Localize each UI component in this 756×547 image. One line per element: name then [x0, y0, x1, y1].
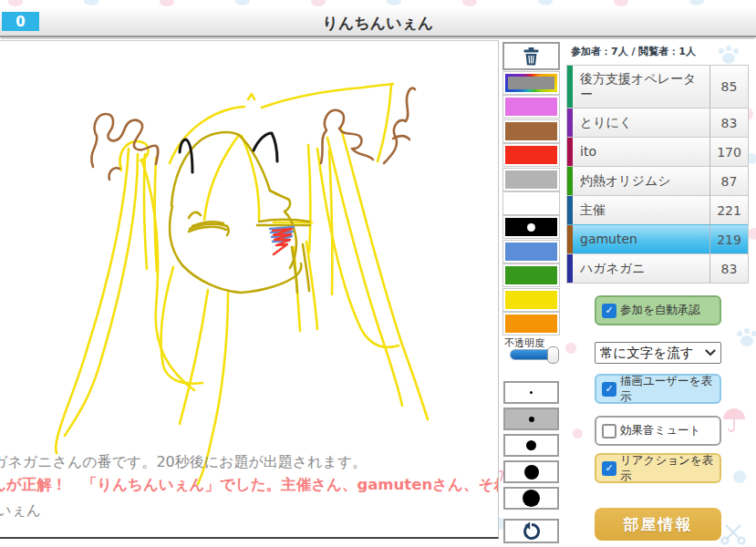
- show-drawer-option[interactable]: ✓ 描画ユーザーを表示: [595, 374, 721, 404]
- player-name: ito: [573, 138, 709, 166]
- player-row[interactable]: 灼熱オリジムシ 87: [567, 166, 748, 195]
- checkbox-checked-icon[interactable]: ✓: [602, 382, 616, 397]
- player-name: ハガネガニ: [573, 254, 709, 283]
- auto-approve-label: 参加を自動承認: [620, 303, 700, 318]
- brush-size-1[interactable]: [503, 381, 559, 404]
- chevron-down-icon: [705, 349, 716, 356]
- title-bar: 0 りんちんいぇん: [0, 9, 756, 37]
- scrolling-answer-text: いぇん: [0, 501, 41, 521]
- player-row[interactable]: 主催 221: [567, 195, 748, 224]
- color-swatch-orange[interactable]: [503, 313, 559, 335]
- show-reactions-label: リアクションを表示: [620, 453, 714, 484]
- brush-size-2[interactable]: [503, 408, 559, 430]
- checkbox-checked-icon[interactable]: ✓: [602, 461, 616, 476]
- text-flow-select[interactable]: 常に文字を流す: [595, 342, 721, 364]
- clear-canvas-button[interactable]: [502, 42, 560, 70]
- undo-icon: [522, 521, 542, 542]
- color-swatch-white[interactable]: [503, 192, 559, 214]
- player-name: 灼熱オリジムシ: [573, 167, 709, 195]
- system-message: ガネガニさんの番です。20秒後にお題が出題されます。: [0, 453, 367, 472]
- custom-color-preview: [508, 77, 554, 89]
- show-drawer-label: 描画ユーザーを表示: [620, 374, 714, 405]
- correct-answer-message: んが正解！ 「りんちんいぇん」でした。主催さん、gamutenさん、それぞれ: [0, 475, 499, 495]
- player-name: gamuten: [573, 225, 709, 253]
- checkbox-checked-icon[interactable]: ✓: [602, 304, 616, 318]
- opacity-slider-handle[interactable]: [547, 346, 559, 364]
- auto-approve-option[interactable]: ✓ 参加を自動承認: [595, 295, 721, 325]
- mute-sound-label: 効果音ミュート: [620, 423, 700, 439]
- scissors-icon: [720, 521, 746, 545]
- player-row[interactable]: とりにく 83: [567, 108, 748, 137]
- player-name: 主催: [573, 196, 709, 224]
- mute-sound-option[interactable]: 効果音ミュート: [595, 416, 721, 446]
- text-flow-value: 常に文字を流す: [600, 345, 694, 362]
- color-swatch-yellow[interactable]: [503, 289, 559, 311]
- color-swatch-gray[interactable]: [503, 169, 559, 191]
- player-score: 219: [709, 225, 748, 253]
- participants-summary: 参加者：7人 / 閲覧者：1人: [571, 45, 696, 58]
- undo-button[interactable]: [503, 519, 559, 543]
- color-swatch-blue[interactable]: [503, 241, 559, 263]
- color-swatch-green[interactable]: [503, 264, 559, 286]
- brush-size-5[interactable]: [503, 487, 559, 510]
- room-info-button[interactable]: 部屋情報: [595, 508, 721, 541]
- color-swatch-red[interactable]: [503, 144, 559, 166]
- player-row[interactable]: 後方支援オペレーター 85: [567, 66, 748, 108]
- show-reactions-option[interactable]: ✓ リアクションを表示: [595, 453, 721, 483]
- player-score: 221: [709, 196, 748, 224]
- opacity-slider[interactable]: [510, 349, 553, 360]
- drawing-canvas[interactable]: ガネガニさんの番です。20秒後にお題が出題されます。 んが正解！ 「りんちんいぇ…: [0, 40, 499, 539]
- player-score: 85: [709, 66, 748, 108]
- checkbox-unchecked-icon[interactable]: [602, 424, 616, 439]
- player-score: 170: [709, 138, 748, 166]
- brush-size-3[interactable]: [503, 434, 559, 457]
- page-title: りんちんいぇん: [0, 9, 756, 37]
- brush-size-4[interactable]: [503, 460, 559, 483]
- paw-icon: [717, 44, 740, 66]
- opacity-label: 不透明度: [504, 336, 544, 350]
- player-score: 87: [709, 167, 748, 195]
- player-name: 後方支援オペレーター: [573, 66, 709, 108]
- player-name: とりにく: [573, 108, 709, 137]
- color-swatch-black[interactable]: [503, 216, 559, 238]
- color-palette: [503, 72, 559, 335]
- custom-color-swatch[interactable]: [503, 72, 559, 94]
- paw-icon: [735, 326, 756, 348]
- app-window: n 0 りんちんいぇん: [0, 0, 756, 547]
- player-score: 83: [709, 254, 748, 283]
- player-list: 後方支援オペレーター 85 とりにく 83 ito 170 灼熱オリジムシ 87…: [566, 65, 749, 284]
- player-row[interactable]: ito 170: [567, 137, 748, 166]
- color-swatch-brown[interactable]: [503, 120, 559, 142]
- player-row-selected[interactable]: gamuten 219: [567, 224, 748, 253]
- umbrella-icon: [722, 407, 746, 432]
- color-swatch-violet[interactable]: [503, 96, 559, 118]
- player-row[interactable]: ハガネガニ 83: [567, 253, 748, 283]
- player-score: 83: [709, 108, 748, 137]
- trash-icon: [523, 46, 540, 66]
